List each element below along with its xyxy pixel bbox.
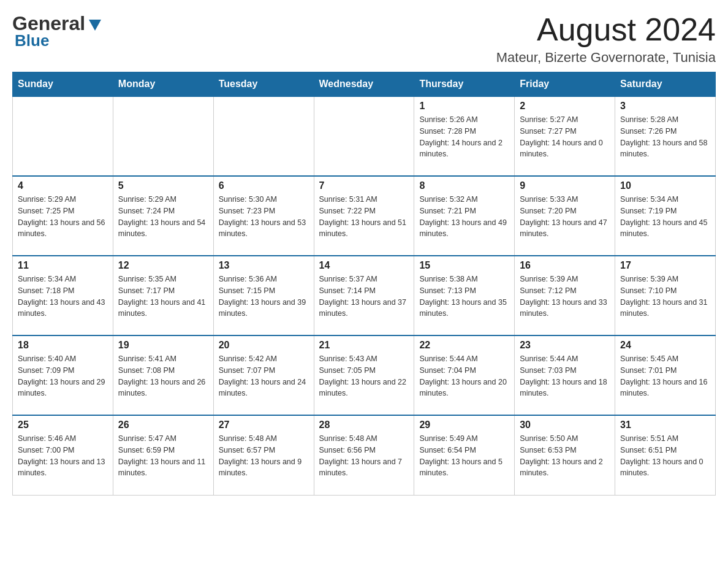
svg-marker-0 (89, 20, 101, 31)
day-number: 30 (520, 419, 610, 431)
day-info: Sunrise: 5:44 AMSunset: 7:04 PMDaylight:… (419, 353, 509, 399)
day-info: Sunrise: 5:49 AMSunset: 6:54 PMDaylight:… (419, 433, 509, 479)
calendar-table: Sunday Monday Tuesday Wednesday Thursday… (12, 72, 716, 496)
day-number: 11 (18, 260, 108, 271)
cell-week2-day4: 8Sunrise: 5:32 AMSunset: 7:21 PMDaylight… (414, 176, 515, 256)
cell-week2-day3: 7Sunrise: 5:31 AMSunset: 7:22 PMDaylight… (314, 176, 414, 256)
cell-week3-day0: 11Sunrise: 5:34 AMSunset: 7:18 PMDayligh… (13, 256, 113, 335)
day-number: 24 (620, 340, 710, 351)
cell-week1-day6: 3Sunrise: 5:28 AMSunset: 7:26 PMDaylight… (615, 96, 716, 176)
day-info: Sunrise: 5:27 AMSunset: 7:27 PMDaylight:… (520, 114, 610, 160)
cell-week4-day4: 22Sunrise: 5:44 AMSunset: 7:04 PMDayligh… (414, 335, 515, 415)
cell-week2-day2: 6Sunrise: 5:30 AMSunset: 7:23 PMDaylight… (213, 176, 314, 256)
calendar-header-row: Sunday Monday Tuesday Wednesday Thursday… (13, 72, 716, 97)
day-number: 3 (620, 101, 710, 112)
day-number: 26 (118, 419, 208, 431)
day-info: Sunrise: 5:51 AMSunset: 6:51 PMDaylight:… (620, 433, 710, 479)
day-info: Sunrise: 5:34 AMSunset: 7:19 PMDaylight:… (620, 194, 710, 240)
cell-week1-day1 (113, 96, 213, 176)
cell-week2-day6: 10Sunrise: 5:34 AMSunset: 7:19 PMDayligh… (615, 176, 716, 256)
day-number: 10 (620, 180, 710, 191)
cell-week5-day5: 30Sunrise: 5:50 AMSunset: 6:53 PMDayligh… (515, 415, 615, 495)
day-number: 16 (520, 260, 610, 271)
title-section: August 2024 Mateur, Bizerte Governorate,… (496, 12, 716, 66)
cell-week4-day5: 23Sunrise: 5:44 AMSunset: 7:03 PMDayligh… (515, 335, 615, 415)
day-info: Sunrise: 5:43 AMSunset: 7:05 PMDaylight:… (319, 353, 409, 399)
day-info: Sunrise: 5:29 AMSunset: 7:25 PMDaylight:… (18, 194, 108, 240)
week-row-1: 1Sunrise: 5:26 AMSunset: 7:28 PMDaylight… (13, 96, 716, 176)
day-number: 15 (419, 260, 509, 271)
day-info: Sunrise: 5:26 AMSunset: 7:28 PMDaylight:… (419, 114, 509, 160)
cell-week2-day0: 4Sunrise: 5:29 AMSunset: 7:25 PMDaylight… (13, 176, 113, 256)
day-info: Sunrise: 5:39 AMSunset: 7:10 PMDaylight:… (620, 274, 710, 320)
cell-week2-day1: 5Sunrise: 5:29 AMSunset: 7:24 PMDaylight… (113, 176, 213, 256)
day-info: Sunrise: 5:44 AMSunset: 7:03 PMDaylight:… (520, 353, 610, 399)
header-wednesday: Wednesday (314, 72, 414, 97)
cell-week5-day2: 27Sunrise: 5:48 AMSunset: 6:57 PMDayligh… (213, 415, 314, 495)
day-number: 17 (620, 260, 710, 271)
header-tuesday: Tuesday (213, 72, 314, 97)
day-info: Sunrise: 5:29 AMSunset: 7:24 PMDaylight:… (118, 194, 208, 240)
header-saturday: Saturday (615, 72, 716, 97)
day-number: 20 (219, 340, 309, 351)
day-number: 12 (118, 260, 208, 271)
cell-week4-day0: 18Sunrise: 5:40 AMSunset: 7:09 PMDayligh… (13, 335, 113, 415)
cell-week2-day5: 9Sunrise: 5:33 AMSunset: 7:20 PMDaylight… (515, 176, 615, 256)
day-number: 27 (219, 419, 309, 431)
day-info: Sunrise: 5:28 AMSunset: 7:26 PMDaylight:… (620, 114, 710, 160)
cell-week3-day2: 13Sunrise: 5:36 AMSunset: 7:15 PMDayligh… (213, 256, 314, 335)
day-number: 22 (419, 340, 509, 351)
day-info: Sunrise: 5:32 AMSunset: 7:21 PMDaylight:… (419, 194, 509, 240)
day-number: 9 (520, 180, 610, 191)
cell-week3-day4: 15Sunrise: 5:38 AMSunset: 7:13 PMDayligh… (414, 256, 515, 335)
cell-week1-day4: 1Sunrise: 5:26 AMSunset: 7:28 PMDaylight… (414, 96, 515, 176)
day-info: Sunrise: 5:40 AMSunset: 7:09 PMDaylight:… (18, 353, 108, 399)
day-info: Sunrise: 5:30 AMSunset: 7:23 PMDaylight:… (219, 194, 309, 240)
page-header: General Blue August 2024 Mateur, Bizerte… (12, 12, 716, 66)
day-number: 29 (419, 419, 509, 431)
header-thursday: Thursday (414, 72, 515, 97)
cell-week3-day1: 12Sunrise: 5:35 AMSunset: 7:17 PMDayligh… (113, 256, 213, 335)
header-friday: Friday (515, 72, 615, 97)
day-info: Sunrise: 5:41 AMSunset: 7:08 PMDaylight:… (118, 353, 208, 399)
cell-week3-day3: 14Sunrise: 5:37 AMSunset: 7:14 PMDayligh… (314, 256, 414, 335)
day-info: Sunrise: 5:48 AMSunset: 6:57 PMDaylight:… (219, 433, 309, 479)
cell-week5-day1: 26Sunrise: 5:47 AMSunset: 6:59 PMDayligh… (113, 415, 213, 495)
day-number: 23 (520, 340, 610, 351)
cell-week1-day3 (314, 96, 414, 176)
month-title: August 2024 (496, 12, 716, 47)
day-number: 4 (18, 180, 108, 191)
week-row-2: 4Sunrise: 5:29 AMSunset: 7:25 PMDaylight… (13, 176, 716, 256)
day-info: Sunrise: 5:45 AMSunset: 7:01 PMDaylight:… (620, 353, 710, 399)
day-info: Sunrise: 5:50 AMSunset: 6:53 PMDaylight:… (520, 433, 610, 479)
day-number: 21 (319, 340, 409, 351)
cell-week3-day5: 16Sunrise: 5:39 AMSunset: 7:12 PMDayligh… (515, 256, 615, 335)
week-row-4: 18Sunrise: 5:40 AMSunset: 7:09 PMDayligh… (13, 335, 716, 415)
cell-week5-day3: 28Sunrise: 5:48 AMSunset: 6:56 PMDayligh… (314, 415, 414, 495)
cell-week5-day4: 29Sunrise: 5:49 AMSunset: 6:54 PMDayligh… (414, 415, 515, 495)
day-number: 7 (319, 180, 409, 191)
day-number: 19 (118, 340, 208, 351)
cell-week1-day2 (213, 96, 314, 176)
header-sunday: Sunday (13, 72, 113, 97)
day-info: Sunrise: 5:39 AMSunset: 7:12 PMDaylight:… (520, 274, 610, 320)
day-number: 31 (620, 419, 710, 431)
cell-week3-day6: 17Sunrise: 5:39 AMSunset: 7:10 PMDayligh… (615, 256, 716, 335)
cell-week4-day2: 20Sunrise: 5:42 AMSunset: 7:07 PMDayligh… (213, 335, 314, 415)
day-number: 6 (219, 180, 309, 191)
logo: General Blue (12, 12, 104, 50)
day-number: 18 (18, 340, 108, 351)
day-info: Sunrise: 5:36 AMSunset: 7:15 PMDaylight:… (219, 274, 309, 320)
day-number: 13 (219, 260, 309, 271)
day-number: 1 (419, 101, 509, 112)
day-number: 8 (419, 180, 509, 191)
day-info: Sunrise: 5:33 AMSunset: 7:20 PMDaylight:… (520, 194, 610, 240)
day-info: Sunrise: 5:46 AMSunset: 7:00 PMDaylight:… (18, 433, 108, 479)
header-monday: Monday (113, 72, 213, 97)
day-info: Sunrise: 5:42 AMSunset: 7:07 PMDaylight:… (219, 353, 309, 399)
day-info: Sunrise: 5:48 AMSunset: 6:56 PMDaylight:… (319, 433, 409, 479)
logo-blue: Blue (15, 31, 49, 50)
cell-week4-day1: 19Sunrise: 5:41 AMSunset: 7:08 PMDayligh… (113, 335, 213, 415)
cell-week4-day6: 24Sunrise: 5:45 AMSunset: 7:01 PMDayligh… (615, 335, 716, 415)
day-info: Sunrise: 5:35 AMSunset: 7:17 PMDaylight:… (118, 274, 208, 320)
